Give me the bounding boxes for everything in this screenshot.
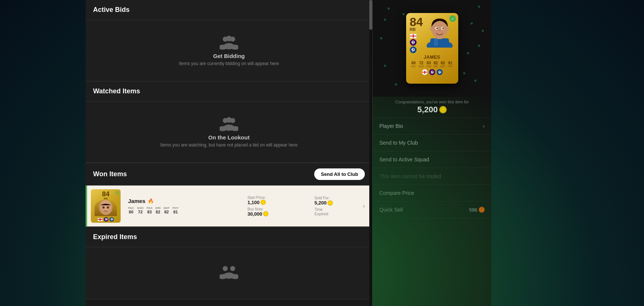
active-bids-empty-subtitle: Items you are currently bidding on will … (179, 61, 279, 66)
svg-point-14 (102, 206, 105, 209)
sold-for-value: 5,200 (315, 200, 359, 206)
player-bio-chevron-icon: › (483, 123, 485, 129)
svg-point-2 (226, 36, 232, 41)
card-preview-area: ✓ 84 RB ⚽ ⚽ (373, 0, 491, 97)
sold-for-label: Sold For: (315, 196, 359, 200)
item-chevron-icon: › (363, 203, 365, 209)
send-all-to-club-button[interactable]: Send All to Club (314, 168, 365, 180)
price-section: Start Price: 1,100 Buy Now: 30,000 (244, 196, 311, 217)
bidding-people-icon (220, 35, 238, 50)
coin-icon-start (261, 200, 266, 205)
card-player-image (95, 199, 117, 216)
active-bids-header: Active Bids (86, 0, 372, 20)
card-flags: ⚽ ⚽ (98, 217, 114, 222)
svg-point-32 (446, 27, 449, 31)
compare-price-label: Compare Price (379, 190, 414, 196)
quick-sell-amount: 596 (469, 207, 477, 213)
auction-panel: Active Bids Get Bidding Items you are cu… (86, 0, 372, 306)
expired-items-title: Expired Items (93, 233, 137, 241)
card-trend-icon: ▼ (115, 191, 119, 194)
send-to-my-club-item[interactable]: Send to My Club (373, 135, 491, 151)
time-label: Time (315, 207, 359, 212)
watched-items-header: Watched Items (86, 81, 372, 102)
expired-people-icon (220, 264, 238, 279)
expired-items-header: Expired Items (86, 227, 372, 247)
large-card-emblems: ⚽ ⚽ (422, 69, 443, 75)
send-to-active-squad-label: Send to Active Squad (379, 157, 429, 162)
watched-items-title: Watched Items (93, 87, 140, 95)
player-name: James (128, 198, 146, 204)
scrollbar[interactable] (369, 0, 372, 306)
start-price-label: Start Price: (248, 196, 307, 200)
expired-items-empty (86, 247, 372, 299)
time-expired-value: Expired (315, 212, 359, 216)
watching-people-icon (220, 116, 238, 131)
coin-icon-sold (328, 200, 333, 206)
scrollbar-thumb[interactable] (369, 0, 372, 30)
svg-point-30 (439, 30, 441, 31)
action-list: Player Bio › Send to My Club Send to Act… (373, 118, 491, 306)
large-card-stats: 80 PAC 72 SHO 83 PAS 82 DRI (409, 61, 455, 68)
won-items-header: Won Items Send All to Club (86, 163, 372, 186)
buy-now-value: 30,000 (248, 211, 307, 217)
svg-rect-23 (434, 38, 438, 46)
player-card-mini: ▼ 84 RB (91, 189, 121, 223)
svg-point-8 (226, 117, 232, 123)
svg-point-29 (442, 28, 444, 29)
won-items-title: Won Items (93, 170, 127, 178)
large-card-name: James (424, 55, 440, 60)
player-card-large: ✓ 84 RB ⚽ ⚽ (406, 13, 458, 84)
compare-price-item[interactable]: Compare Price (373, 185, 491, 202)
svg-point-31 (430, 27, 433, 31)
svg-point-15 (107, 206, 109, 209)
player-bio-item[interactable]: Player Bio › (373, 118, 491, 135)
start-price-value: 1,100 (248, 200, 307, 205)
svg-point-13 (101, 200, 111, 212)
sold-section: Sold For: 5,200 Time Expired (311, 196, 363, 216)
send-to-my-club-label: Send to My Club (379, 140, 418, 146)
svg-point-17 (230, 266, 235, 271)
player-status-icon: 🔥 (148, 198, 154, 204)
watched-items-empty-title: On the Lookout (208, 134, 250, 141)
active-bids-title: Active Bids (93, 6, 130, 13)
player-info: James 🔥 PAC 80 SHO 72 PAS 83 (124, 196, 244, 216)
svg-rect-22 (430, 38, 449, 48)
player-stats-row: PAC 80 SHO 72 PAS 83 DRI 82 (128, 206, 240, 214)
cannot-trade-item: This item cannot be traded (373, 168, 491, 185)
coin-icon-won (439, 106, 447, 113)
cannot-trade-label: This item cannot be traded (379, 173, 441, 179)
coin-icon-buy (263, 211, 268, 216)
send-to-active-squad-item[interactable]: Send to Active Squad (373, 151, 491, 168)
buy-now-label: Buy Now: (248, 207, 307, 211)
quick-sell-value-row: 596 (469, 207, 485, 213)
watched-items-empty-subtitle: Items you are watching, but have not pla… (160, 142, 298, 148)
large-card-position: RB (410, 27, 416, 32)
player-bio-label: Player Bio (379, 123, 403, 129)
watched-items-empty: On the Lookout Items you are watching, b… (86, 102, 372, 163)
quick-sell-coin-icon (479, 207, 485, 213)
card-rating: 84 (102, 191, 109, 197)
svg-point-16 (223, 266, 227, 271)
quick-sell-label: Quick Sell (379, 207, 403, 213)
active-bids-empty: Get Bidding Items you are currently bidd… (86, 20, 372, 81)
won-item-row[interactable]: ▼ 84 RB (86, 186, 372, 227)
won-price-value: 5,200 (376, 105, 488, 115)
svg-point-28 (436, 28, 438, 29)
active-bids-empty-title: Get Bidding (213, 53, 245, 59)
right-panel: ✓ 84 RB ⚽ ⚽ (372, 0, 491, 306)
won-price-section: Congratulations, you've won this item fo… (373, 97, 491, 118)
quick-sell-item[interactable]: Quick Sell 596 (373, 202, 491, 218)
large-card-rating: 84 (410, 16, 423, 28)
congrats-text: Congratulations, you've won this item fo… (376, 100, 488, 104)
checkmark-badge: ✓ (449, 15, 456, 22)
